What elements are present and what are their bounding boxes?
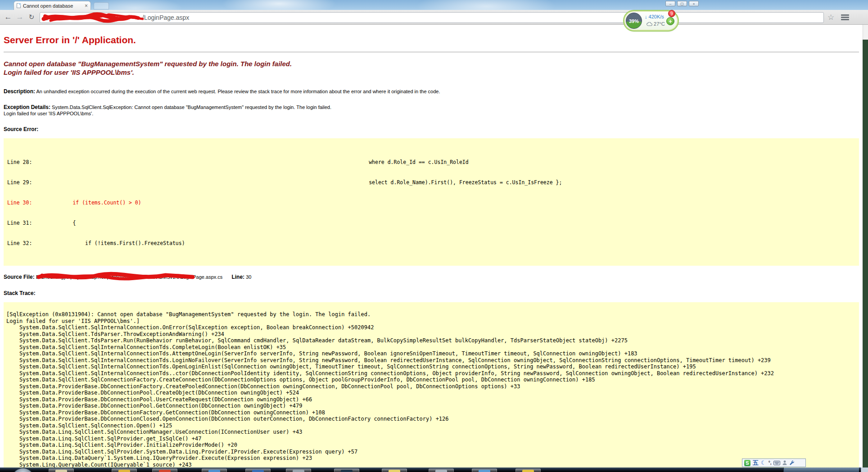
punctuation-icon[interactable]: °, <box>769 460 772 465</box>
url-bar[interactable]: /LoginPage.aspx <box>40 12 824 23</box>
taskbar-item[interactable] <box>245 468 271 472</box>
tab-title: Cannot open database <box>23 3 82 9</box>
source-code-line: Line 31: { <box>7 220 855 227</box>
line-label: Line: <box>231 274 244 280</box>
source-file-path: E:\zhouhongyu\projects\asp.net-project\B… <box>36 274 223 280</box>
speed-widget[interactable]: 39% ↓ 420K/s 27°C 9 + <box>625 12 677 30</box>
user-icon[interactable] <box>782 460 787 465</box>
source-file-label: Source File: <box>4 274 35 280</box>
forward-icon[interactable]: → <box>14 12 25 23</box>
source-code-line: Line 29: select d.Role_Name).First(), Fr… <box>7 179 855 186</box>
taskbar-item[interactable] <box>334 468 359 472</box>
source-error-box: Line 28: where d.Role_Id == c.UsIn_RoleI… <box>4 138 859 266</box>
error-message-line2: Login failed for user 'IIS APPPOOL\bms'. <box>4 68 859 77</box>
menu-hamburger-icon[interactable] <box>841 14 849 20</box>
description: Description: An unhandled exception occu… <box>4 88 859 95</box>
divider <box>4 52 859 52</box>
tab-close-icon[interactable]: × <box>85 4 88 8</box>
system-tray <box>783 467 859 472</box>
browser-tab[interactable]: Cannot open database × <box>14 1 91 10</box>
moon-icon[interactable]: ☾ <box>761 460 766 466</box>
widget-plus-icon[interactable]: + <box>666 17 674 25</box>
download-arrow-icon: ↓ <box>645 14 647 19</box>
stack-trace-label: Stack Trace: <box>4 290 859 296</box>
source-file-line: Source File: E:\zhouhongyu\projects\asp.… <box>4 274 859 280</box>
exception-text-line2: Login failed for user 'IIS APPPOOL\bms'. <box>4 111 93 116</box>
taskbar-item[interactable] <box>382 468 407 472</box>
source-code-line: Line 32: if (!items.First().FreezeStatus… <box>7 240 855 247</box>
widget-speed-value: 420K/s <box>649 14 664 19</box>
source-error-label: Source Error: <box>4 126 859 132</box>
widget-progress: 39% <box>626 13 642 29</box>
scrollbar[interactable] <box>863 25 868 40</box>
taskbar-item[interactable] <box>152 468 177 472</box>
wrench-icon[interactable] <box>789 460 795 466</box>
url-path-text: /LoginPage.aspx <box>142 14 189 21</box>
new-tab-button[interactable] <box>94 2 109 9</box>
taskbar-item[interactable] <box>515 468 541 472</box>
taskbar-item[interactable] <box>112 468 137 472</box>
exception-text-line1: System.Data.SqlClient.SqlException: Cann… <box>52 104 331 110</box>
error-message-line1: Cannot open database "BugManagementSyste… <box>4 59 859 68</box>
back-icon[interactable]: ← <box>3 12 14 23</box>
stack-trace-box: [SqlException (0x80131904): Cannot open … <box>4 302 859 467</box>
maximize-button[interactable]: ▢ <box>677 1 687 6</box>
page-doc-icon <box>17 3 21 8</box>
window-controls: – ▢ × <box>665 1 699 6</box>
bookmark-star-icon[interactable]: ☆ <box>827 13 834 22</box>
description-label: Description: <box>4 88 35 95</box>
cloud-icon <box>646 22 652 26</box>
sogou-logo-icon[interactable]: S <box>744 460 750 466</box>
ime-mode-glyph[interactable]: 五 <box>753 460 759 466</box>
browser-titlebar: Cannot open database × – ▢ × <box>0 0 868 10</box>
taskbar-item[interactable] <box>202 468 227 472</box>
description-text: An unhandled exception occurred during t… <box>36 89 440 94</box>
widget-temperature: 27°C <box>654 21 665 27</box>
url-redacted-area <box>50 14 140 21</box>
source-code-line: Line 28: where d.Role_Id == c.UsIn_RoleI… <box>7 159 855 166</box>
source-code-line-highlighted: Line 30: if (items.Count() > 0) <box>7 200 855 206</box>
line-number: 30 <box>246 274 251 280</box>
exception-label: Exception Details: <box>4 104 50 110</box>
taskbar-item[interactable] <box>286 468 311 472</box>
taskbar-item[interactable] <box>472 468 497 472</box>
ime-language-bar: S 五 ☾ °, <box>742 458 806 467</box>
browser-toolbar: ← → ↻ /LoginPage.aspx ☆ <box>0 10 868 25</box>
page-title: Server Error in '/' Application. <box>4 35 859 45</box>
taskbar-item[interactable] <box>429 468 454 472</box>
error-message: Cannot open database "BugManagementSyste… <box>4 59 859 77</box>
close-button[interactable]: × <box>689 1 699 6</box>
start-button[interactable] <box>13 468 33 472</box>
exception-details: Exception Details: System.Data.SqlClient… <box>4 104 859 117</box>
taskbar-item[interactable] <box>49 468 74 472</box>
notification-badge[interactable]: 9 <box>668 10 675 17</box>
reload-icon[interactable]: ↻ <box>26 12 37 23</box>
url-doc-icon <box>44 15 48 20</box>
error-page: Server Error in '/' Application. Cannot … <box>0 25 863 467</box>
minimize-button[interactable]: – <box>665 1 675 6</box>
taskbar <box>0 467 868 472</box>
right-edge-strip <box>863 40 868 467</box>
show-desktop-button[interactable] <box>861 467 868 472</box>
keyboard-icon[interactable] <box>773 461 780 465</box>
